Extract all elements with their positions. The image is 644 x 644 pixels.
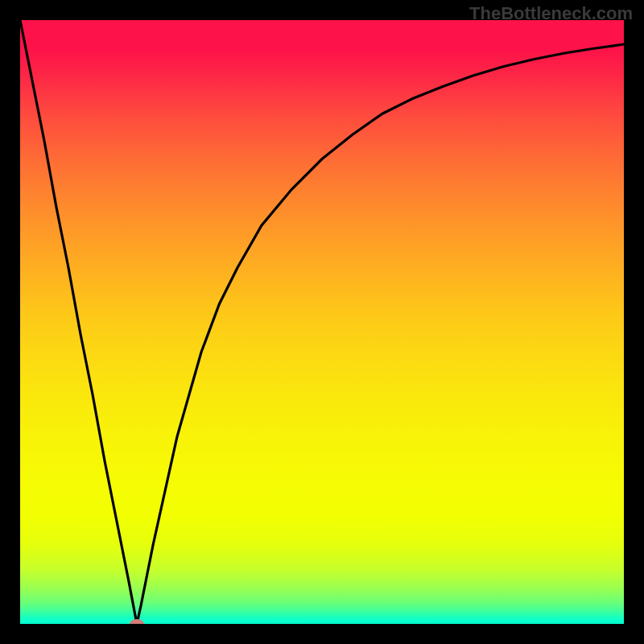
optimal-point-marker <box>130 619 144 624</box>
watermark-text: TheBottleneck.com <box>469 3 633 24</box>
chart-frame <box>20 20 624 624</box>
bottleneck-curve <box>20 20 624 624</box>
